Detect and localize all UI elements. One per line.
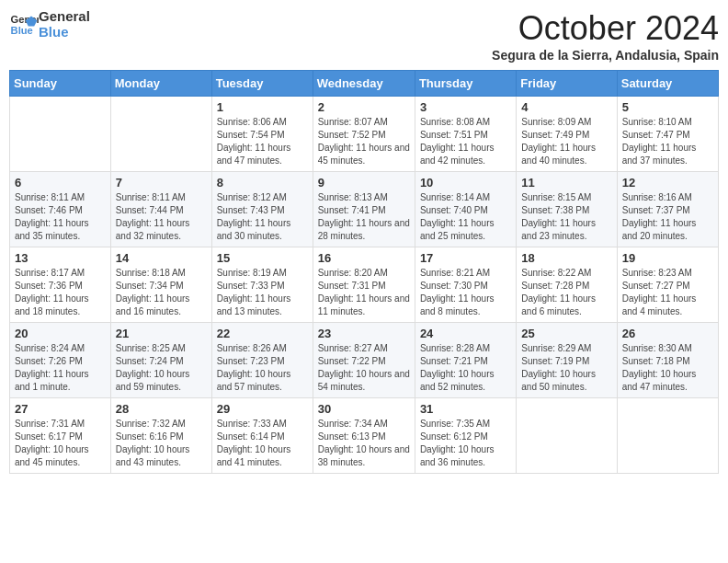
header-wednesday: Wednesday bbox=[313, 71, 415, 97]
calendar-cell: 27Sunrise: 7:31 AM Sunset: 6:17 PM Dayli… bbox=[10, 398, 111, 474]
day-info: Sunrise: 8:06 AM Sunset: 7:54 PM Dayligh… bbox=[217, 116, 308, 167]
calendar-cell: 31Sunrise: 7:35 AM Sunset: 6:12 PM Dayli… bbox=[415, 398, 516, 474]
day-info: Sunrise: 8:17 AM Sunset: 7:36 PM Dayligh… bbox=[15, 267, 106, 318]
day-number: 28 bbox=[116, 402, 207, 416]
calendar-week-row: 27Sunrise: 7:31 AM Sunset: 6:17 PM Dayli… bbox=[10, 398, 719, 474]
logo-line1: General bbox=[39, 9, 90, 25]
header-sunday: Sunday bbox=[10, 71, 111, 97]
day-number: 17 bbox=[420, 251, 511, 265]
calendar-cell: 16Sunrise: 8:20 AM Sunset: 7:31 PM Dayli… bbox=[313, 247, 415, 323]
day-number: 15 bbox=[217, 251, 308, 265]
logo-icon: General Blue bbox=[9, 10, 39, 40]
calendar-cell bbox=[110, 97, 211, 172]
day-number: 1 bbox=[217, 100, 308, 114]
calendar-cell: 15Sunrise: 8:19 AM Sunset: 7:33 PM Dayli… bbox=[211, 247, 313, 323]
calendar-cell: 9Sunrise: 8:13 AM Sunset: 7:41 PM Daylig… bbox=[313, 172, 415, 247]
day-info: Sunrise: 8:24 AM Sunset: 7:26 PM Dayligh… bbox=[15, 342, 106, 394]
calendar-cell bbox=[617, 398, 718, 474]
day-info: Sunrise: 8:12 AM Sunset: 7:43 PM Dayligh… bbox=[217, 191, 308, 243]
calendar-cell: 17Sunrise: 8:21 AM Sunset: 7:30 PM Dayli… bbox=[415, 247, 516, 323]
day-number: 8 bbox=[217, 176, 308, 190]
day-number: 4 bbox=[521, 100, 611, 114]
calendar-cell: 18Sunrise: 8:22 AM Sunset: 7:28 PM Dayli… bbox=[517, 247, 617, 323]
day-info: Sunrise: 8:26 AM Sunset: 7:23 PM Dayligh… bbox=[217, 342, 308, 394]
day-info: Sunrise: 7:32 AM Sunset: 6:16 PM Dayligh… bbox=[116, 418, 207, 469]
day-number: 26 bbox=[622, 327, 713, 340]
calendar-cell: 2Sunrise: 8:07 AM Sunset: 7:52 PM Daylig… bbox=[313, 97, 415, 172]
day-number: 10 bbox=[420, 176, 511, 190]
day-info: Sunrise: 8:22 AM Sunset: 7:28 PM Dayligh… bbox=[521, 267, 611, 318]
calendar-cell: 30Sunrise: 7:34 AM Sunset: 6:13 PM Dayli… bbox=[313, 398, 415, 474]
calendar-table: Sunday Monday Tuesday Wednesday Thursday… bbox=[9, 70, 719, 474]
day-number: 16 bbox=[318, 251, 410, 265]
calendar-cell bbox=[10, 97, 111, 172]
day-number: 12 bbox=[622, 176, 713, 190]
day-number: 29 bbox=[217, 402, 308, 416]
day-info: Sunrise: 8:21 AM Sunset: 7:30 PM Dayligh… bbox=[420, 267, 511, 318]
calendar-cell: 28Sunrise: 7:32 AM Sunset: 6:16 PM Dayli… bbox=[110, 398, 211, 474]
header-thursday: Thursday bbox=[415, 71, 516, 97]
calendar-cell: 24Sunrise: 8:28 AM Sunset: 7:21 PM Dayli… bbox=[415, 323, 516, 398]
day-number: 18 bbox=[521, 251, 611, 265]
calendar-cell: 21Sunrise: 8:25 AM Sunset: 7:24 PM Dayli… bbox=[110, 323, 211, 398]
day-number: 30 bbox=[318, 402, 410, 416]
day-info: Sunrise: 7:33 AM Sunset: 6:14 PM Dayligh… bbox=[217, 418, 308, 469]
weekday-header-row: Sunday Monday Tuesday Wednesday Thursday… bbox=[10, 71, 719, 97]
title-area: October 2024 Segura de la Sierra, Andalu… bbox=[492, 9, 719, 63]
calendar-cell: 5Sunrise: 8:10 AM Sunset: 7:47 PM Daylig… bbox=[617, 97, 718, 172]
day-info: Sunrise: 7:34 AM Sunset: 6:13 PM Dayligh… bbox=[318, 418, 410, 469]
day-info: Sunrise: 8:27 AM Sunset: 7:22 PM Dayligh… bbox=[318, 342, 410, 394]
calendar-cell: 4Sunrise: 8:09 AM Sunset: 7:49 PM Daylig… bbox=[517, 97, 617, 172]
day-info: Sunrise: 8:11 AM Sunset: 7:44 PM Dayligh… bbox=[116, 191, 207, 243]
calendar-week-row: 1Sunrise: 8:06 AM Sunset: 7:54 PM Daylig… bbox=[10, 97, 719, 172]
header-friday: Friday bbox=[517, 71, 617, 97]
calendar-cell: 6Sunrise: 8:11 AM Sunset: 7:46 PM Daylig… bbox=[10, 172, 111, 247]
calendar-cell: 14Sunrise: 8:18 AM Sunset: 7:34 PM Dayli… bbox=[110, 247, 211, 323]
day-number: 6 bbox=[15, 176, 106, 190]
calendar-week-row: 13Sunrise: 8:17 AM Sunset: 7:36 PM Dayli… bbox=[10, 247, 719, 323]
day-info: Sunrise: 8:19 AM Sunset: 7:33 PM Dayligh… bbox=[217, 267, 308, 318]
calendar-cell: 29Sunrise: 7:33 AM Sunset: 6:14 PM Dayli… bbox=[211, 398, 313, 474]
calendar-cell: 20Sunrise: 8:24 AM Sunset: 7:26 PM Dayli… bbox=[10, 323, 111, 398]
logo: General Blue General Blue bbox=[9, 9, 90, 40]
day-number: 13 bbox=[15, 251, 106, 265]
day-info: Sunrise: 8:23 AM Sunset: 7:27 PM Dayligh… bbox=[622, 267, 713, 318]
header: General Blue General Blue October 2024 S… bbox=[9, 9, 719, 63]
day-info: Sunrise: 8:11 AM Sunset: 7:46 PM Dayligh… bbox=[15, 191, 106, 243]
calendar-cell: 22Sunrise: 8:26 AM Sunset: 7:23 PM Dayli… bbox=[211, 323, 313, 398]
calendar-week-row: 6Sunrise: 8:11 AM Sunset: 7:46 PM Daylig… bbox=[10, 172, 719, 247]
day-number: 2 bbox=[318, 100, 410, 114]
day-info: Sunrise: 7:35 AM Sunset: 6:12 PM Dayligh… bbox=[420, 418, 511, 469]
day-info: Sunrise: 8:08 AM Sunset: 7:51 PM Dayligh… bbox=[420, 116, 511, 167]
day-number: 23 bbox=[318, 327, 410, 340]
logo-line2: Blue bbox=[39, 25, 90, 40]
calendar-cell: 8Sunrise: 8:12 AM Sunset: 7:43 PM Daylig… bbox=[211, 172, 313, 247]
day-info: Sunrise: 8:28 AM Sunset: 7:21 PM Dayligh… bbox=[420, 342, 511, 394]
day-info: Sunrise: 8:15 AM Sunset: 7:38 PM Dayligh… bbox=[521, 191, 611, 243]
day-number: 7 bbox=[116, 176, 207, 190]
calendar-cell: 25Sunrise: 8:29 AM Sunset: 7:19 PM Dayli… bbox=[517, 323, 617, 398]
calendar-cell: 11Sunrise: 8:15 AM Sunset: 7:38 PM Dayli… bbox=[517, 172, 617, 247]
day-number: 24 bbox=[420, 327, 511, 340]
calendar-cell: 10Sunrise: 8:14 AM Sunset: 7:40 PM Dayli… bbox=[415, 172, 516, 247]
day-number: 14 bbox=[116, 251, 207, 265]
day-info: Sunrise: 8:16 AM Sunset: 7:37 PM Dayligh… bbox=[622, 191, 713, 243]
day-info: Sunrise: 8:25 AM Sunset: 7:24 PM Dayligh… bbox=[116, 342, 207, 394]
calendar-cell: 1Sunrise: 8:06 AM Sunset: 7:54 PM Daylig… bbox=[211, 97, 313, 172]
day-info: Sunrise: 8:10 AM Sunset: 7:47 PM Dayligh… bbox=[622, 116, 713, 167]
day-number: 27 bbox=[15, 402, 106, 416]
day-info: Sunrise: 8:13 AM Sunset: 7:41 PM Dayligh… bbox=[318, 191, 410, 243]
day-number: 3 bbox=[420, 100, 511, 114]
day-number: 21 bbox=[116, 327, 207, 340]
calendar-cell: 19Sunrise: 8:23 AM Sunset: 7:27 PM Dayli… bbox=[617, 247, 718, 323]
day-info: Sunrise: 8:07 AM Sunset: 7:52 PM Dayligh… bbox=[318, 116, 410, 167]
day-number: 9 bbox=[318, 176, 410, 190]
calendar-cell bbox=[517, 398, 617, 474]
day-info: Sunrise: 8:09 AM Sunset: 7:49 PM Dayligh… bbox=[521, 116, 611, 167]
header-tuesday: Tuesday bbox=[211, 71, 313, 97]
location-subtitle: Segura de la Sierra, Andalusia, Spain bbox=[492, 48, 719, 63]
day-number: 5 bbox=[622, 100, 713, 114]
day-info: Sunrise: 8:20 AM Sunset: 7:31 PM Dayligh… bbox=[318, 267, 410, 318]
day-number: 19 bbox=[622, 251, 713, 265]
month-title: October 2024 bbox=[492, 9, 719, 48]
